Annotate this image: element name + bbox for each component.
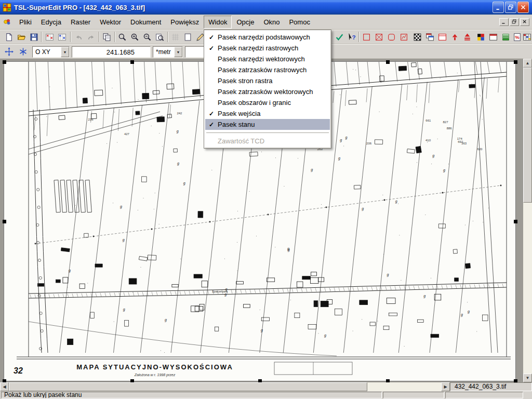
view-menu-item-pasek-zatrzask-w-rastrowych[interactable]: Pasek zatrzasków rastrowych	[205, 64, 330, 75]
eject-up-button[interactable]	[449, 31, 461, 43]
selection-handle[interactable]	[130, 60, 134, 64]
scroll-down-button[interactable]: ▼	[523, 374, 532, 382]
toolbar-separator	[167, 32, 168, 42]
toolbar-separator	[99, 32, 100, 42]
checkmark-icon: ✓	[205, 121, 218, 128]
svg-text:g: g	[387, 273, 389, 277]
svg-text:886: 886	[447, 127, 453, 130]
apply-check-button[interactable]	[334, 31, 345, 43]
coord-mode-combo[interactable]: O XY ▼	[32, 46, 70, 58]
view-menu-item-pasek-narz-dzi-wektorowych[interactable]: Pasek narzędzi wektorowych	[205, 54, 330, 64]
scroll-right-button[interactable]: ▶	[441, 382, 450, 391]
toolbar-separator	[41, 32, 42, 42]
chevron-down-icon[interactable]: ▼	[174, 47, 182, 57]
mdi-close-button[interactable]	[520, 18, 529, 26]
blank-page-button[interactable]	[182, 31, 194, 43]
raster-round-button[interactable]	[385, 31, 397, 43]
selection-handle[interactable]	[3, 379, 6, 382]
svg-text:g: g	[340, 138, 342, 142]
save-button[interactable]	[28, 31, 40, 43]
menu-okno[interactable]: Okno	[259, 16, 284, 29]
window-red-button[interactable]	[487, 31, 499, 43]
selection-handle[interactable]	[3, 220, 6, 223]
menu-pliki[interactable]: Pliki	[15, 16, 36, 29]
selection-handle[interactable]	[386, 379, 390, 382]
selection-handle[interactable]	[258, 379, 262, 382]
menu-raster[interactable]: Raster	[66, 16, 95, 29]
window-title: TSL-SuperEdit PRO - [432_442_063_3.tif]	[14, 4, 145, 11]
snap-marker-button[interactable]	[17, 46, 29, 58]
svg-text:661: 661	[425, 119, 431, 122]
chevron-down-icon[interactable]: ▼	[61, 47, 69, 57]
close-button[interactable]	[517, 2, 529, 13]
document-system-icon[interactable]	[2, 17, 12, 26]
view-menu-item-pasek-wej-cia[interactable]: ✓Pasek wejścia	[205, 108, 330, 119]
vector-transform-button[interactable]	[56, 31, 68, 43]
horizontal-scrollbar[interactable]: ◀ ▶	[0, 382, 450, 391]
view-menu-item-pasek-narz-dzi-podstawowych[interactable]: ✓Pasek narzędzi podstawowych	[205, 32, 330, 43]
view-menu-item-pasek-obszar-w-i-granic[interactable]: Pasek obszarów i granic	[205, 97, 330, 108]
svg-text:g: g	[362, 207, 364, 211]
selection-handle[interactable]	[514, 379, 517, 382]
view-menu-item-pasek-zatrzask-w-wektorowych[interactable]: Pasek zatrzasków wektorowych	[205, 86, 330, 97]
selection-handle[interactable]	[514, 220, 517, 223]
layers-green-button[interactable]	[500, 31, 512, 43]
raster-poly-button[interactable]	[398, 31, 410, 43]
svg-text:g: g	[395, 200, 397, 204]
cascade-windows-button[interactable]	[424, 31, 436, 43]
window-frame-red-button[interactable]	[436, 31, 448, 43]
menu-bar: PlikiEdycjaRasterWektorDokumentPowiększW…	[0, 15, 532, 30]
menu-wektor[interactable]: Wektor	[95, 16, 126, 29]
horizontal-scroll-thumb[interactable]	[9, 382, 367, 391]
svg-text:g: g	[287, 247, 289, 251]
menu-edycja[interactable]: Edycja	[36, 16, 66, 29]
undo-button	[73, 31, 85, 43]
menu-widok[interactable]: Widok	[204, 16, 232, 29]
selection-handle[interactable]	[130, 379, 134, 382]
unit-combo[interactable]: *metr ▼	[153, 46, 183, 58]
scroll-left-button[interactable]: ◀	[0, 382, 9, 391]
restore-button[interactable]	[505, 2, 516, 13]
help-context-button[interactable]: ?	[346, 31, 358, 43]
selection-handle[interactable]	[514, 60, 517, 64]
coordinate-input[interactable]	[72, 46, 151, 58]
copy-button[interactable]	[101, 31, 113, 43]
vertical-scrollbar[interactable]: ▲ ▼	[523, 59, 532, 382]
svg-text:g: g	[123, 238, 125, 242]
dither-button[interactable]	[411, 31, 423, 43]
scroll-up-button[interactable]: ▲	[523, 59, 532, 68]
raster-frame-button[interactable]	[361, 31, 373, 43]
svg-text:g: g	[177, 129, 179, 134]
minimize-button[interactable]	[493, 2, 504, 13]
new-document-button[interactable]	[3, 31, 15, 43]
selection-handle[interactable]	[3, 60, 6, 64]
view-menu-item-pasek-narz-dzi-rastrowych[interactable]: ✓Pasek narzędzi rastrowych	[205, 43, 330, 54]
zoom-out-button[interactable]	[141, 31, 153, 43]
svg-text:g: g	[183, 181, 185, 185]
app-icon[interactable]	[2, 3, 11, 12]
checkmark-icon: ✓	[205, 110, 218, 117]
menu-powi-ksz[interactable]: Powiększ	[166, 16, 204, 29]
zoom-in-button[interactable]	[129, 31, 141, 43]
raster-transform-button[interactable]	[44, 31, 56, 43]
mdi-restore-button[interactable]	[510, 18, 519, 26]
open-folder-button[interactable]	[16, 31, 28, 43]
color-table-button[interactable]	[521, 31, 532, 43]
raster-cross-button[interactable]	[373, 31, 385, 43]
menu-opcje[interactable]: Opcje	[232, 16, 259, 29]
menu-dokument[interactable]: Dokument	[126, 16, 166, 29]
eject-up-base-button[interactable]	[461, 31, 473, 43]
zoom-page-button[interactable]	[154, 31, 166, 43]
svg-text:32: 32	[14, 366, 23, 375]
color-grid-button[interactable]	[475, 31, 487, 43]
svg-text:g: g	[338, 156, 340, 161]
mdi-minimize-button[interactable]	[499, 18, 509, 26]
view-menu-item-pasek-stron-rastra[interactable]: Pasek stron rastra	[205, 75, 330, 86]
menu-item-label: Zawartość TCD	[218, 137, 264, 145]
pan-view-button[interactable]	[3, 46, 15, 58]
view-menu-item-pasek-stanu[interactable]: ✓Pasek stanu	[205, 119, 330, 130]
zoom-button[interactable]	[116, 31, 128, 43]
vertical-scroll-thumb[interactable]	[523, 68, 532, 203]
selection-handle[interactable]	[386, 60, 390, 64]
menu-pomoc[interactable]: Pomoc	[284, 16, 314, 29]
